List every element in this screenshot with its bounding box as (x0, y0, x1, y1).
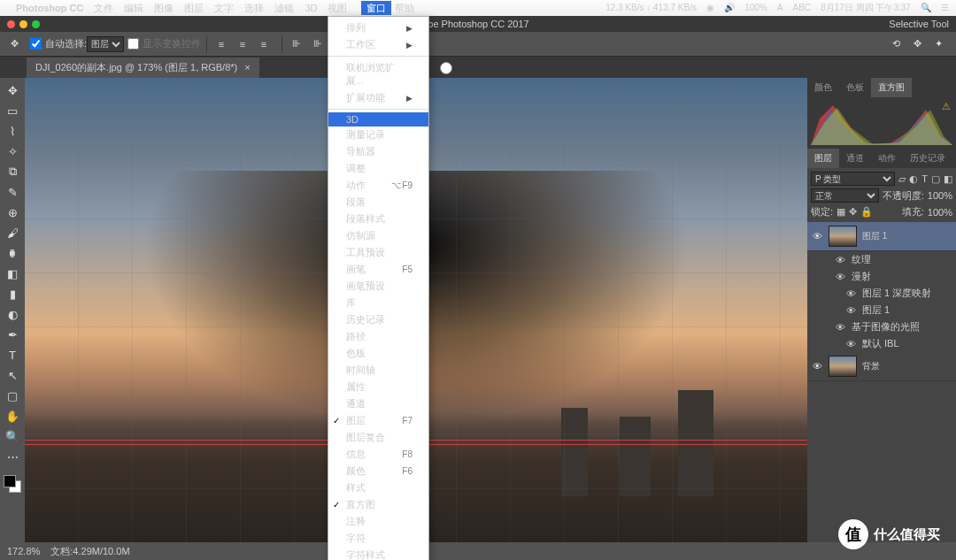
menu-item[interactable]: 扩展功能▶ (328, 89, 428, 106)
menu-帮助[interactable]: 帮助 (395, 3, 414, 13)
heal-tool[interactable]: ⊕ (3, 203, 22, 221)
menu-item[interactable]: 测量记录 (328, 127, 428, 143)
menu-item[interactable]: 颜色F6 (328, 463, 428, 479)
sublayer-row[interactable]: 👁漫射 (807, 268, 956, 285)
menu-item[interactable]: 信息F8 (328, 446, 428, 463)
color-swatch[interactable] (4, 475, 21, 493)
fill-value[interactable]: 100% (928, 207, 952, 218)
pen-tool[interactable]: ✒ (3, 326, 22, 343)
panel-tab[interactable]: 图层 (807, 149, 839, 168)
close-window[interactable] (7, 20, 15, 28)
panel-tab[interactable]: 色板 (839, 78, 871, 97)
layer-row[interactable]: 👁图层 1 (807, 222, 956, 251)
hand-tool[interactable]: ✋ (3, 407, 22, 425)
auto-select-target[interactable]: 图层 (87, 36, 124, 52)
sublayer-row[interactable]: 👁默认 IBL (807, 335, 956, 352)
lock-position-icon[interactable]: ✥ (849, 206, 857, 218)
menu-图层[interactable]: 图层 (184, 3, 204, 13)
spotlight-icon[interactable]: 🔍 (921, 3, 931, 12)
app-name[interactable]: Photoshop CC (16, 3, 83, 13)
menu-窗口[interactable]: 窗口 (361, 1, 391, 15)
path-tool[interactable]: ↖ (3, 366, 22, 384)
filter-adjust-icon[interactable]: ◐ (909, 173, 918, 185)
menu-item[interactable]: 段落样式 (328, 211, 428, 227)
menu-item[interactable]: 路径 (328, 328, 428, 345)
menu-item[interactable]: 仿制源 (328, 227, 428, 244)
menu-item[interactable]: 通道 (328, 395, 428, 412)
3d-pan-icon[interactable]: ✥ (908, 35, 926, 53)
crop-tool[interactable]: ⧉ (3, 163, 22, 180)
filter-pixel-icon[interactable]: ▱ (898, 173, 906, 185)
menu-item[interactable]: 时间轴 (328, 362, 428, 379)
blend-mode[interactable]: 正常 (811, 188, 879, 203)
menu-item[interactable]: 直方图 (328, 496, 428, 513)
blur-tool[interactable]: ◐ (3, 305, 22, 323)
panel-tab[interactable]: 历史记录 (903, 149, 952, 168)
menu-文件[interactable]: 文件 (94, 3, 113, 13)
align-icon[interactable]: ≡ (212, 35, 230, 53)
visibility-icon[interactable]: 👁 (834, 255, 846, 265)
menu-选择[interactable]: 选择 (244, 3, 264, 13)
minimize-window[interactable] (19, 20, 27, 28)
panel-tab[interactable]: 通道 (839, 149, 871, 168)
distribute-icon[interactable]: ⊪ (309, 35, 327, 53)
shape-tool[interactable]: ▢ (3, 387, 22, 404)
menu-item[interactable]: 字符样式 (328, 547, 428, 560)
selective-tool-label[interactable]: Selective Tool (889, 19, 949, 29)
marquee-tool[interactable]: ▭ (3, 102, 22, 119)
histogram[interactable]: ⚠ (807, 97, 956, 149)
notification-icon[interactable]: ☰ (941, 3, 949, 12)
3d-orbit-icon[interactable]: ⟲ (887, 35, 905, 53)
menu-item[interactable]: 画笔F5 (328, 261, 428, 278)
zoom-tool[interactable]: 🔍 (3, 427, 22, 445)
menu-item[interactable]: 字符 (328, 530, 428, 547)
show-transform-checkbox[interactable] (127, 38, 139, 50)
menu-item[interactable]: 调整 (328, 160, 428, 177)
layer-filter-kind[interactable]: P 类型 (811, 172, 895, 186)
visibility-icon[interactable]: 👁 (844, 305, 857, 316)
menu-item[interactable]: 图层复合 (328, 429, 428, 446)
stamp-tool[interactable]: ⧯ (3, 244, 22, 262)
3d-light-widget[interactable] (440, 62, 452, 74)
type-tool[interactable]: T (3, 346, 22, 364)
menu-item[interactable]: 历史记录 (328, 311, 428, 328)
filter-smart-icon[interactable]: ◧ (944, 173, 952, 185)
opacity-value[interactable]: 100% (928, 190, 952, 201)
lock-pixels-icon[interactable]: ▦ (836, 206, 845, 218)
visibility-icon[interactable]: 👁 (844, 288, 857, 299)
menu-item[interactable]: 工作区▶ (328, 36, 428, 53)
edit-toolbar[interactable]: ⋯ (3, 448, 22, 465)
clock[interactable]: 8月17日 周四 下午3:37 (821, 3, 911, 12)
zoom-level[interactable]: 172.8% (7, 546, 40, 556)
filter-type-icon[interactable]: T (921, 173, 928, 184)
menu-3D[interactable]: 3D (305, 3, 317, 13)
visibility-icon[interactable]: 👁 (811, 231, 823, 242)
visibility-icon[interactable]: 👁 (811, 361, 823, 372)
layers-list[interactable]: 👁图层 1👁纹理👁漫射👁图层 1 深度映射👁图层 1👁基于图像的光照👁默认 IB… (807, 222, 956, 542)
gradient-tool[interactable]: ▮ (3, 285, 22, 303)
ime-icon[interactable]: A (777, 3, 783, 12)
auto-select-checkbox[interactable] (30, 38, 42, 50)
wand-tool[interactable]: ✧ (3, 142, 22, 160)
document-tab[interactable]: DJI_0260的副本.jpg @ 173% (图层 1, RGB/8*) × (27, 58, 259, 78)
sublayer-row[interactable]: 👁图层 1 深度映射 (807, 285, 956, 302)
3d-axis-icon[interactable]: ✦ (929, 35, 947, 53)
menu-滤镜[interactable]: 滤镜 (274, 3, 294, 13)
menu-item[interactable]: 图层F7 (328, 412, 428, 429)
filter-shape-icon[interactable]: ▢ (931, 173, 940, 185)
sublayer-row[interactable]: 👁基于图像的光照 (807, 318, 956, 335)
close-tab-icon[interactable]: × (244, 62, 250, 73)
eyedropper-tool[interactable]: ✎ (3, 183, 22, 201)
menu-item[interactable]: 3D (328, 112, 428, 127)
align-icon[interactable]: ≡ (234, 35, 251, 53)
move-tool[interactable]: ✥ (3, 81, 22, 99)
visibility-icon[interactable]: 👁 (834, 272, 846, 282)
keyboard-icon[interactable]: ABC (793, 3, 812, 12)
menu-item[interactable]: 库 (328, 295, 428, 311)
battery-icon[interactable]: 100% (744, 3, 767, 12)
lasso-tool[interactable]: ⌇ (3, 122, 22, 140)
panel-tab[interactable]: 颜色 (807, 78, 839, 97)
menu-item[interactable]: 色板 (328, 345, 428, 362)
doc-size[interactable]: 文档:4.29M/10.0M (50, 545, 129, 558)
wifi-icon[interactable]: ◉ (706, 3, 714, 12)
